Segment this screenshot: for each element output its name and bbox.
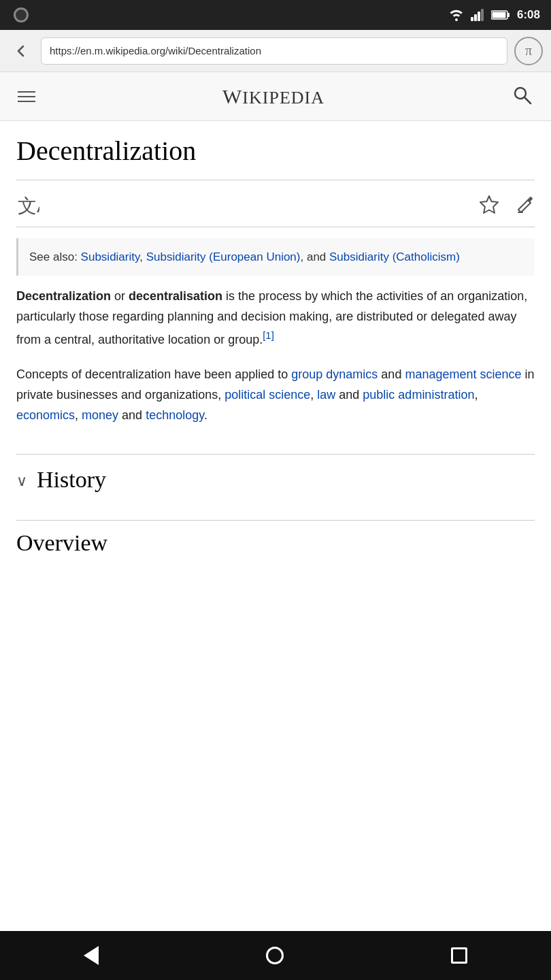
- svg-marker-10: [480, 196, 498, 213]
- article-title: Decentralization: [16, 135, 535, 167]
- svg-rect-3: [481, 9, 484, 21]
- link-economics[interactable]: economics: [16, 408, 75, 422]
- star-button[interactable]: [479, 194, 499, 218]
- link-group-dynamics[interactable]: group dynamics: [291, 368, 378, 381]
- translate-icon: 文A: [16, 195, 39, 218]
- article-body: Decentralization or decentralisation is …: [16, 287, 535, 454]
- link-political-science[interactable]: political science: [224, 388, 310, 402]
- star-icon: [479, 194, 499, 214]
- svg-text:文A: 文A: [18, 195, 39, 216]
- see-also-box: See also: Subsidiarity, Subsidiarity (Eu…: [16, 238, 535, 276]
- wiki-title-text: WIKIPEDIA: [222, 85, 324, 108]
- search-icon: [512, 84, 533, 106]
- title-divider: [16, 180, 535, 180]
- see-also-link-2[interactable]: Subsidiarity (European Union): [146, 250, 301, 263]
- see-also-link-1[interactable]: Subsidiarity: [81, 250, 140, 263]
- edit-icon: [516, 195, 535, 214]
- time-display: 6:08: [517, 8, 540, 22]
- status-icons: 6:08: [449, 8, 540, 22]
- ref-1[interactable]: [1]: [263, 329, 274, 341]
- see-also-link-3[interactable]: Subsidiarity (Catholicism): [329, 250, 460, 263]
- status-bar: 6:08: [0, 0, 551, 30]
- overview-heading-text: Overview: [16, 530, 107, 555]
- edit-button[interactable]: [516, 195, 535, 218]
- wiki-logo[interactable]: WIKIPEDIA: [222, 85, 324, 108]
- paragraph-2: Concepts of decentralization have been a…: [16, 365, 535, 425]
- signal-icon: [471, 9, 484, 21]
- link-management-science[interactable]: management science: [405, 368, 521, 381]
- overview-section-heading[interactable]: Overview: [16, 520, 535, 556]
- svg-line-8: [524, 97, 531, 103]
- url-text: https://en.m.wikipedia.org/wiki/Decentra…: [50, 45, 261, 56]
- toolbar-right: [479, 194, 535, 218]
- svg-rect-6: [492, 12, 505, 18]
- url-bar[interactable]: https://en.m.wikipedia.org/wiki/Decentra…: [41, 37, 507, 65]
- link-public-administration[interactable]: public administration: [363, 388, 474, 402]
- article-toolbar: 文A: [16, 190, 535, 227]
- svg-rect-2: [478, 12, 480, 21]
- see-also-prefix: See also:: [29, 250, 81, 263]
- browser-bar: https://en.m.wikipedia.org/wiki/Decentra…: [0, 30, 551, 72]
- svg-rect-5: [507, 13, 510, 17]
- link-technology[interactable]: technology: [146, 408, 204, 422]
- wiki-header: WIKIPEDIA: [0, 72, 551, 121]
- link-money[interactable]: money: [82, 408, 118, 422]
- history-heading-text: History: [37, 467, 106, 493]
- wifi-icon: [449, 9, 464, 21]
- link-law[interactable]: law: [317, 388, 335, 402]
- search-button[interactable]: [506, 79, 539, 114]
- browser-back-button[interactable]: [8, 38, 34, 64]
- status-indicator-icon: [14, 7, 29, 22]
- history-section-heading[interactable]: ∨ History: [16, 454, 535, 500]
- paragraph-1: Decentralization or decentralisation is …: [16, 287, 535, 350]
- article-content: Decentralization 文A See al: [0, 121, 551, 556]
- translate-button[interactable]: 文A: [16, 195, 39, 218]
- svg-rect-0: [471, 17, 473, 21]
- menu-button[interactable]: [12, 86, 41, 108]
- history-chevron-icon: ∨: [16, 472, 27, 490]
- pi-button[interactable]: π: [514, 37, 543, 65]
- svg-rect-1: [474, 14, 477, 21]
- battery-icon: [491, 10, 510, 20]
